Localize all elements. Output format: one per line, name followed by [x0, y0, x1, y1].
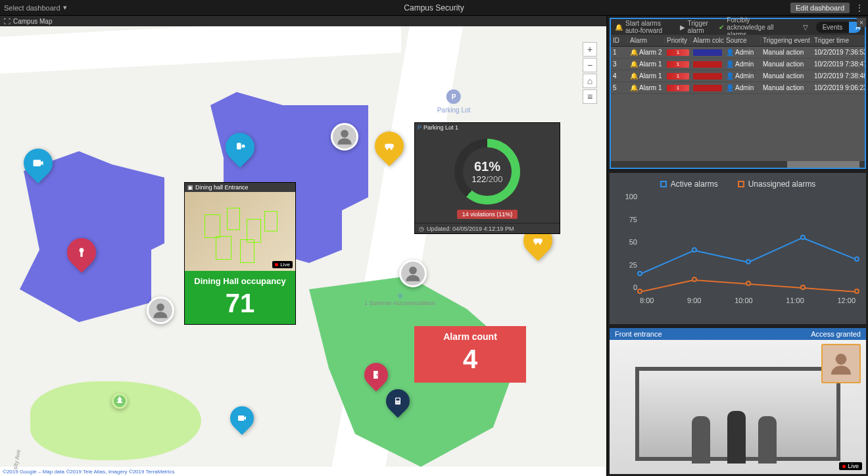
campus-map-panel[interactable]: ⛶ Campus Map P Parking Lot + − ⌂ ≡	[0, 16, 608, 476]
column-header[interactable]: Triggering event	[761, 37, 812, 44]
vehicle-marker-1[interactable]	[375, 131, 404, 168]
svg-rect-17	[396, 398, 399, 400]
chart-legend: Active alarmsUnassigned alarms	[620, 179, 856, 189]
chart-plot-area	[640, 193, 856, 291]
person-marker-3[interactable]	[399, 260, 427, 287]
dashboard-selector[interactable]: Select dashboard ▾	[4, 3, 67, 12]
map-panel-title: Campus Map	[13, 18, 52, 25]
start-auto-forward-button[interactable]: 🔔Start alarms auto-forward	[615, 20, 672, 34]
edit-dashboard-button[interactable]: Edit dashboard	[790, 3, 850, 13]
dashboard-selector-label: Select dashboard	[4, 4, 60, 12]
svg-point-4	[80, 248, 84, 252]
parking-icon-small: P	[418, 124, 422, 131]
alarms-panel: × 🔔Start alarms auto-forward ▶Trigger al…	[610, 18, 866, 169]
alarm-count-label: Alarm count	[414, 326, 526, 342]
parking-donut-chart: 61% 122/200	[454, 139, 520, 204]
svg-point-13	[539, 243, 541, 245]
bell-icon: 🔔	[615, 24, 623, 31]
svg-point-9	[386, 148, 388, 150]
map-icon: ⛶	[4, 18, 11, 25]
zoom-in-button[interactable]: +	[583, 42, 597, 57]
door-marker[interactable]	[364, 363, 388, 393]
parking-percentage: 61%	[474, 159, 500, 174]
svg-rect-8	[385, 144, 393, 149]
alarm-row[interactable]: 1 🔔Alarm 2 1 👤Admin Manual action 10/2/2…	[611, 47, 865, 59]
column-header[interactable]: ID	[611, 37, 628, 44]
zoom-out-button[interactable]: −	[583, 58, 597, 72]
person-marker-2[interactable]	[331, 123, 358, 151]
alarm-count-value: 4	[414, 346, 526, 372]
layers-button[interactable]: ≡	[583, 89, 597, 104]
svg-point-10	[391, 148, 393, 150]
svg-point-12	[535, 243, 537, 245]
parking-card-title: Parking Lot 1	[423, 124, 458, 131]
svg-point-18	[397, 402, 397, 402]
svg-point-24	[836, 354, 847, 365]
parking-icon: P	[446, 89, 461, 104]
alarm-row[interactable]: 5 🔔Alarm 1 1 👤Admin Manual action 10/2/2…	[611, 82, 865, 94]
check-icon: ✔	[719, 24, 724, 31]
svg-point-23	[409, 267, 417, 275]
column-header[interactable]: Alarm	[628, 37, 665, 44]
close-icon[interactable]: ×	[857, 18, 866, 27]
chart-y-axis: 1007550250	[621, 193, 637, 291]
home-button[interactable]: ⌂	[583, 74, 597, 88]
alarm-chart-panel: Active alarmsUnassigned alarms 100755025…	[610, 173, 866, 324]
alarm-row[interactable]: 3 🔔Alarm 1 1 👤Admin Manual action 10/2/2…	[611, 59, 865, 70]
intercom-marker[interactable]	[386, 389, 410, 419]
svg-point-15	[376, 374, 377, 375]
access-status: Access granted	[811, 330, 861, 338]
front-entrance-video-panel[interactable]: Front entrance Access granted Live	[610, 328, 866, 474]
more-menu-icon[interactable]: ⋮	[855, 3, 864, 13]
accommodation-label: ◈1 Summer Accommodation	[364, 291, 435, 306]
person-marker-1[interactable]	[147, 297, 174, 324]
parking-lot-card[interactable]: PParking Lot 1 61% 122/200 14 violations…	[414, 122, 560, 234]
alert-marker[interactable]	[67, 238, 96, 275]
page-title: Campus Security	[404, 3, 464, 12]
camera-marker[interactable]	[24, 149, 53, 185]
svg-point-7	[242, 145, 245, 148]
alarm-count-card[interactable]: Alarm count 4	[414, 326, 526, 383]
svg-rect-3	[34, 160, 41, 166]
play-icon: ▶	[680, 24, 685, 31]
column-header[interactable]: Source	[724, 37, 761, 44]
tree-marker	[112, 393, 128, 409]
alarm-row[interactable]: 4 🔔Alarm 1 1 👤Admin Manual action 10/2/2…	[611, 70, 865, 82]
parking-lot-label: P Parking Lot	[437, 89, 471, 114]
column-header[interactable]: Alarm color	[691, 37, 724, 44]
occupancy-value: 71	[185, 290, 295, 316]
svg-rect-11	[533, 239, 542, 243]
video-title: Front entrance	[615, 330, 662, 338]
parking-updated: Updated: 04/05/2019 4:12:19 PM	[427, 226, 514, 232]
occupancy-label: Dining Hall occupancy	[185, 276, 295, 286]
svg-rect-6	[237, 143, 241, 149]
chart-x-axis: 8:009:0010:0011:0012:00	[640, 297, 856, 304]
dining-hall-card[interactable]: ▣Dining hall Entrance Live Dining Hall o…	[184, 182, 296, 325]
column-header[interactable]: Trigger time	[812, 37, 865, 44]
dining-camera-feed: Live	[185, 192, 295, 271]
tab-events[interactable]: Events	[816, 22, 850, 33]
alarm-table: IDAlarmPriorityAlarm colorSourceTriggeri…	[611, 35, 865, 161]
live-badge: Live	[272, 261, 293, 268]
dining-card-title: Dining hall Entrance	[195, 184, 249, 191]
column-header[interactable]: Priority	[665, 37, 691, 44]
svg-point-22	[341, 130, 349, 138]
svg-rect-5	[80, 252, 82, 257]
camera-icon: ▣	[187, 184, 193, 191]
recognized-person-avatar	[821, 344, 861, 383]
filter-icon[interactable]: ▽	[803, 24, 808, 31]
camera-marker-2[interactable]	[230, 406, 254, 437]
violations-badge: 14 violations (11%)	[457, 210, 518, 219]
horizontal-scrollbar[interactable]	[611, 161, 865, 168]
map-attribution: ©2019 Google – Map data ©2019 Tele Atlas…	[3, 469, 175, 475]
svg-rect-20	[238, 416, 244, 421]
live-badge: Live	[839, 462, 862, 470]
svg-point-21	[157, 304, 164, 312]
clock-icon: ◷	[419, 226, 424, 232]
security-marker[interactable]	[226, 133, 254, 170]
svg-point-19	[398, 402, 399, 402]
chevron-down-icon: ▾	[63, 3, 67, 12]
trigger-alarm-button[interactable]: ▶Trigger alarm	[680, 20, 711, 34]
